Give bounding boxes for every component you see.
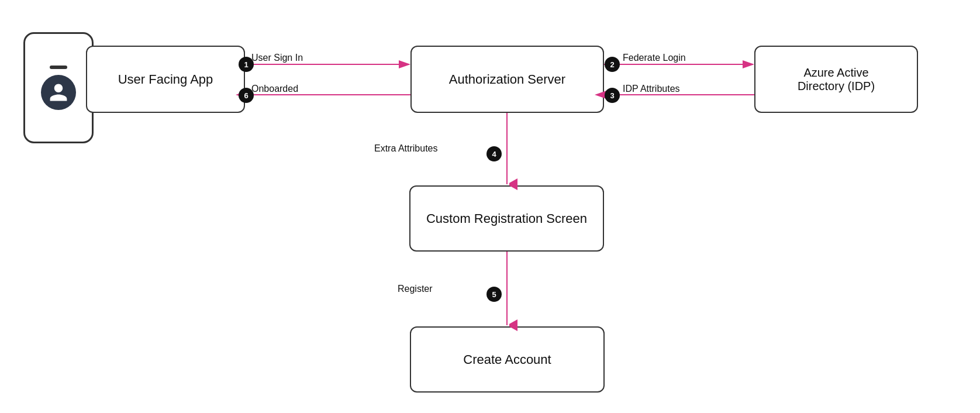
create-account-label: Create Account: [463, 352, 551, 367]
authorization-server-label: Authorization Server: [449, 72, 565, 87]
phone-box: [23, 32, 94, 143]
user-facing-app-box: User Facing App: [86, 46, 245, 113]
arrow-label-4: Extra Attributes: [374, 143, 438, 154]
phone-notch: [50, 66, 67, 69]
step-circle-4: 4: [486, 146, 502, 161]
step-circle-3: 3: [605, 88, 620, 103]
step-circle-5: 5: [486, 287, 502, 302]
diagram-container: User Facing App Authorization Server Azu…: [0, 0, 980, 413]
arrow-label-6: Onboarded: [251, 84, 298, 94]
user-facing-app-label: User Facing App: [118, 72, 213, 87]
avatar: [41, 75, 76, 110]
step-circle-2: 2: [605, 57, 620, 72]
create-account-box: Create Account: [410, 326, 605, 393]
custom-registration-label: Custom Registration Screen: [426, 211, 587, 226]
azure-ad-box: Azure ActiveDirectory (IDP): [754, 46, 918, 113]
arrow-label-1: User Sign In: [251, 53, 303, 63]
azure-ad-label: Azure ActiveDirectory (IDP): [798, 66, 875, 93]
arrow-label-5: Register: [398, 284, 433, 294]
arrow-label-2: Federate Login: [623, 53, 686, 63]
authorization-server-box: Authorization Server: [410, 46, 604, 113]
custom-registration-box: Custom Registration Screen: [409, 185, 604, 252]
arrow-label-3: IDP Attributes: [623, 84, 680, 94]
